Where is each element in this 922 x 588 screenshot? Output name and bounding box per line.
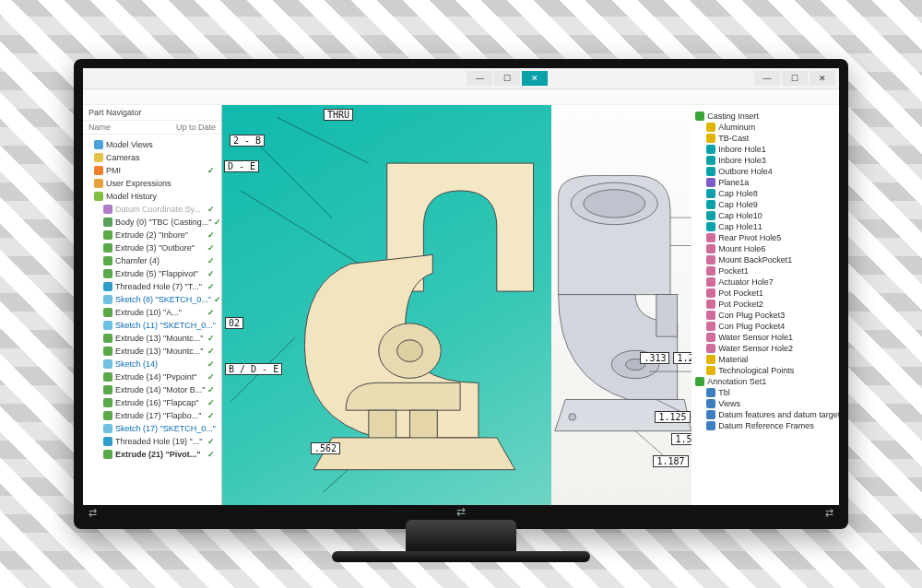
col-uptodate[interactable]: Up to Date <box>176 123 216 132</box>
dim-code: 02 <box>225 317 243 329</box>
left-body: Part Navigator Name Up to Date Model Vie… <box>83 105 551 505</box>
minimize-button[interactable]: — <box>754 71 780 86</box>
feature-tree-node[interactable]: Cap Hole11 <box>695 221 835 232</box>
feature-tree-node[interactable]: Water Sensor Hole1 <box>695 332 835 343</box>
dim-313: .313 <box>640 352 669 364</box>
feature-tree-node[interactable]: Pot Pocket1 <box>695 288 835 299</box>
feature-tree-node[interactable]: Plane1a <box>695 177 835 188</box>
right-titlebar[interactable]: — ☐ ✕ <box>551 68 839 89</box>
sync-icon[interactable]: ⇄ <box>825 507 833 519</box>
tree-node[interactable]: Sketch (14)✓ <box>85 358 219 370</box>
feature-tree-node[interactable]: Cap Hole10 <box>695 210 835 221</box>
check-icon: ✓ <box>207 255 218 266</box>
maximize-button[interactable]: ☐ <box>494 71 520 86</box>
feature-tree-node[interactable]: Tbl <box>695 387 835 398</box>
tree-node[interactable]: Model History <box>85 190 219 203</box>
tree-node[interactable]: Threaded Hole (7) "T..."✓ <box>85 280 219 293</box>
feature-tree-node[interactable]: Inbore Hole3 <box>695 155 835 166</box>
tree-node[interactable]: Extrude (13) "Mountc..."✓ <box>85 345 219 358</box>
check-icon: ✓ <box>207 346 218 357</box>
tree-node[interactable]: Extrude (5) "Flappivot"✓ <box>85 267 219 280</box>
left-ribbon[interactable] <box>83 89 551 105</box>
feature-icon <box>706 233 715 242</box>
feature-icon <box>706 255 715 265</box>
right-viewport[interactable]: .125 3.000 .313 1.210 1.125 1.500 1.187 <box>551 105 692 505</box>
feature-tree-node[interactable]: Material <box>695 354 835 365</box>
tree-node[interactable]: Chamfer (4)✓ <box>85 254 219 267</box>
close-button[interactable]: ✕ <box>522 71 548 86</box>
tree-node[interactable]: Cameras <box>85 151 219 164</box>
feature-icon <box>706 134 715 143</box>
feature-tree-node[interactable]: Aluminum <box>695 122 835 133</box>
feature-icon <box>706 421 715 430</box>
tree-node[interactable]: Extrude (2) "Inbore"✓ <box>85 229 219 241</box>
right-ribbon[interactable] <box>551 89 839 105</box>
feature-tree-node[interactable]: Con Plug Pocket3 <box>695 310 835 321</box>
feature-tree-node[interactable]: Casting Insert <box>695 111 835 122</box>
feature-label: Tbl <box>718 388 730 397</box>
feature-tree-node[interactable]: Technological Points <box>695 365 835 376</box>
window-controls: — ☐ ✕ <box>467 71 548 86</box>
feature-label: Cap Hole10 <box>718 211 762 220</box>
feature-tree-node[interactable]: Datum Reference Frames <box>695 420 835 431</box>
tree-node[interactable]: Sketch (11) "SKETCH_0..."✓ <box>85 319 219 332</box>
tree-node[interactable]: Extrude (14) "Motor B..."✓ <box>85 383 219 396</box>
feature-tree-node[interactable]: TB-Cast <box>695 133 835 144</box>
tree-node[interactable]: Extrude (21) "Pivot..."✓ <box>85 448 219 461</box>
tree-node[interactable]: Extrude (14) "Pvpoint"✓ <box>85 370 219 383</box>
tree-node[interactable]: PMI✓ <box>85 164 219 177</box>
tree-node[interactable]: Extrude (3) "Outbore"✓ <box>85 241 219 254</box>
left-viewport[interactable]: THRU 2 - B D - E 02 B / D - E .562 <box>222 105 551 505</box>
feature-tree-node[interactable]: Con Plug Pocket4 <box>695 321 835 332</box>
feature-tree-node[interactable]: Mount BackPocket1 <box>695 254 835 265</box>
feature-icon <box>103 450 112 459</box>
tree-node[interactable]: Sketch (17) "SKETCH_0..."✓ <box>85 422 219 435</box>
tree-node[interactable]: Body (0) "TBC (Casting..."✓ <box>85 216 219 229</box>
feature-tree-node[interactable]: Actuator Hole7 <box>695 276 835 288</box>
feature-label: TB-Cast <box>718 134 749 143</box>
right-feature-tree[interactable]: Casting Insert Aluminum TB-Cast Inbore H… <box>692 105 839 505</box>
left-titlebar[interactable]: — ☐ ✕ <box>83 68 551 89</box>
maximize-button[interactable]: ☐ <box>782 71 808 86</box>
refresh-icon[interactable]: ⇄ <box>89 507 97 519</box>
col-name[interactable]: Name <box>89 123 176 132</box>
feature-icon <box>706 145 715 154</box>
dim-562: .562 <box>311 442 340 454</box>
tree-node[interactable]: Extrude (10) "A..."✓ <box>85 306 219 319</box>
feature-icon <box>103 282 112 291</box>
tree-node[interactable]: User Expressions <box>85 177 219 190</box>
tree-node[interactable]: Sketch (8) "SKETCH_0..."✓ <box>85 293 219 306</box>
feature-label: Cap Hole9 <box>718 200 758 209</box>
minimize-button[interactable]: — <box>467 71 492 86</box>
navigator-tree[interactable]: Model Views Cameras PMI✓ User Expression… <box>83 135 221 505</box>
feature-tree-node[interactable]: Cap Hole9 <box>695 199 835 210</box>
feature-tree-node[interactable]: Mount Hole6 <box>695 243 835 254</box>
feature-tree-node[interactable]: Inbore Hole1 <box>695 144 835 155</box>
feature-tree-node[interactable]: Datum features and datum targets <box>695 409 835 420</box>
feature-label: Pot Pocket1 <box>718 288 763 298</box>
feature-tree-node[interactable]: Cap Hole8 <box>695 188 835 199</box>
feature-tree-node[interactable]: Outbore Hole4 <box>695 166 835 177</box>
tree-node[interactable]: Extrude (16) "Flapcap"✓ <box>85 396 219 409</box>
folder-icon <box>94 166 103 175</box>
feature-tree-node[interactable]: Rear Pivot Hole5 <box>695 232 835 243</box>
feature-tree-node[interactable]: Views <box>695 398 835 409</box>
feature-tree-node[interactable]: Annotation Set1 <box>695 376 835 387</box>
right-body: .125 3.000 .313 1.210 1.125 1.500 1.187 … <box>551 105 839 505</box>
check-icon: ✓ <box>214 294 219 305</box>
folder-icon <box>94 192 103 201</box>
tree-node[interactable]: Model Views <box>85 138 219 151</box>
feature-tree-node[interactable]: Pocket1 <box>695 265 835 276</box>
navigator-header[interactable]: Name Up to Date <box>83 121 221 135</box>
tree-node[interactable]: Threaded Hole (19) "..."✓ <box>85 435 219 448</box>
check-icon: ✓ <box>207 449 218 460</box>
tree-node[interactable]: Extrude (13) "Mountc..."✓ <box>85 332 219 345</box>
check-icon: ✓ <box>207 410 218 421</box>
tree-node[interactable]: Extrude (17) "Flapbo..."✓ <box>85 409 219 422</box>
folder-icon <box>94 179 103 188</box>
part-navigator-panel: Part Navigator Name Up to Date Model Vie… <box>83 105 222 505</box>
feature-tree-node[interactable]: Water Sensor Hole2 <box>695 343 835 354</box>
close-button[interactable]: ✕ <box>810 71 835 86</box>
feature-tree-node[interactable]: Pot Pocket2 <box>695 299 835 310</box>
tree-node[interactable]: Datum Coordinate Sy...✓ <box>85 203 219 216</box>
